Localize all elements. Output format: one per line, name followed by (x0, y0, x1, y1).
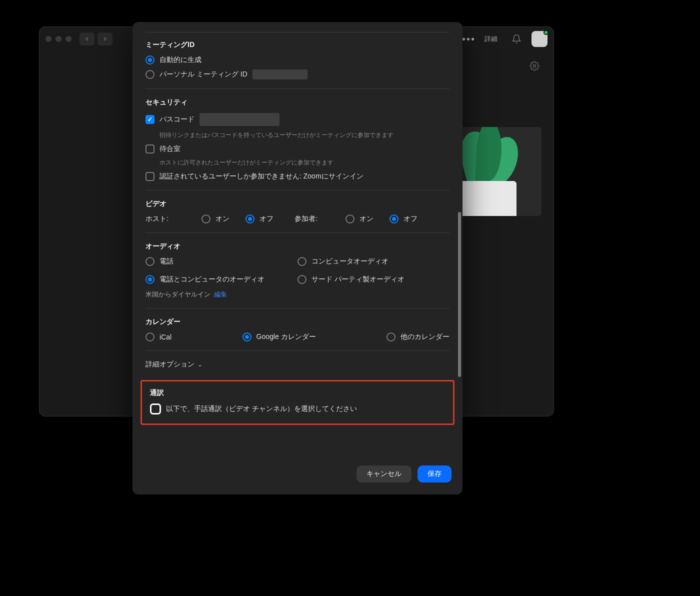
checkbox-sign-language[interactable] (150, 404, 161, 414)
section-title-interpretation: 通訳 (150, 388, 445, 398)
scrollbar[interactable] (458, 32, 461, 452)
bell-icon[interactable] (512, 34, 522, 44)
radio-host-on[interactable] (202, 214, 210, 224)
maximize-dot[interactable] (66, 36, 72, 42)
label-sign-language: 以下で、手話通訳（ビデオ チャンネル）を選択してください (166, 404, 357, 414)
chevron-down-icon: ⌄ (198, 361, 202, 368)
radio-personal-id[interactable] (146, 70, 154, 79)
advanced-options-label: 詳細オプション (146, 360, 194, 369)
radio-cal-other[interactable] (386, 332, 396, 342)
dial-in-text: 米国からダイヤルイン (146, 290, 210, 298)
label-participant-off: オフ (404, 214, 418, 224)
label-participant-on: オン (360, 214, 374, 224)
label-auth: 認証されているユーザーしか参加できません: Zoomにサインイン (160, 172, 364, 181)
label-cal-ical: iCal (160, 333, 172, 341)
section-title-meeting-id: ミーティングID (146, 40, 450, 50)
presence-dot (544, 30, 548, 35)
label-audio-both: 電話とコンピュータのオーディオ (160, 275, 264, 284)
radio-participant-on[interactable] (346, 214, 354, 224)
label-host-on: オン (216, 214, 230, 224)
radio-audio-phone[interactable] (146, 257, 154, 266)
radio-participant-off[interactable] (390, 214, 398, 224)
radio-audio-computer[interactable] (298, 257, 306, 266)
minimize-dot[interactable] (56, 36, 62, 42)
edit-dial-in-link[interactable]: 編集 (214, 290, 227, 298)
avatar[interactable] (532, 31, 548, 47)
section-title-audio: オーディオ (146, 242, 450, 251)
section-title-calendar: カレンダー (146, 318, 450, 326)
radio-cal-ical[interactable] (146, 332, 154, 342)
close-dot[interactable] (46, 36, 52, 42)
advanced-options-toggle[interactable]: 詳細オプション ⌄ (146, 360, 450, 369)
radio-cal-google[interactable] (242, 332, 252, 342)
svg-point-0 (534, 65, 536, 68)
save-button[interactable]: 保存 (418, 466, 452, 482)
details-link[interactable]: 詳細 (484, 34, 498, 44)
label-waiting-room: 待合室 (160, 144, 180, 154)
section-title-security: セキュリティ (146, 98, 450, 107)
label-passcode: パスコード (160, 115, 194, 124)
label-cal-other: 他のカレンダー (400, 332, 450, 342)
personal-id-masked (252, 70, 308, 80)
nav-back-button[interactable] (80, 32, 94, 46)
modal-body: ミーティングID 自動的に生成 パーソナル ミーティング ID セキュリティ パ… (132, 22, 462, 458)
label-cal-google: Google カレンダー (256, 332, 316, 342)
scrollbar-thumb[interactable] (458, 212, 461, 377)
radio-audio-both[interactable] (146, 275, 154, 284)
label-host: ホスト: (146, 214, 186, 224)
radio-audio-third[interactable] (298, 275, 306, 284)
checkbox-waiting-room[interactable] (146, 144, 154, 154)
checkbox-auth[interactable] (146, 172, 154, 181)
label-participant: 参加者: (294, 214, 330, 224)
radio-host-off[interactable] (246, 214, 254, 224)
passcode-masked (200, 113, 280, 126)
label-audio-computer: コンピュータオーディオ (312, 257, 388, 266)
gear-icon[interactable] (530, 61, 540, 72)
schedule-meeting-modal: ミーティングID 自動的に生成 パーソナル ミーティング ID セキュリティ パ… (132, 22, 462, 494)
window-controls[interactable] (46, 36, 72, 42)
cancel-button[interactable]: キャンセル (356, 466, 412, 482)
checkbox-passcode[interactable] (146, 115, 154, 124)
more-icon[interactable]: ••• (462, 34, 476, 45)
label-audio-third: サード パーティ製オーディオ (312, 275, 404, 284)
section-title-video: ビデオ (146, 200, 450, 208)
label-auto-generate: 自動的に生成 (160, 56, 202, 64)
nav-forward-button[interactable] (98, 32, 112, 46)
radio-auto-generate[interactable] (146, 56, 154, 64)
interpretation-highlight: 通訳 以下で、手話通訳（ビデオ チャンネル）を選択してください (140, 380, 454, 425)
label-personal-id: パーソナル ミーティング ID (160, 70, 248, 79)
label-audio-phone: 電話 (160, 257, 174, 266)
help-waiting-room: ホストに許可されたユーザーだけがミーティングに参加できます (160, 158, 450, 167)
modal-footer: キャンセル 保存 (132, 458, 462, 494)
help-passcode: 招待リンクまたはパスコードを持っているユーザーだけがミーティングに参加できます (160, 131, 450, 140)
label-host-off: オフ (260, 214, 274, 224)
